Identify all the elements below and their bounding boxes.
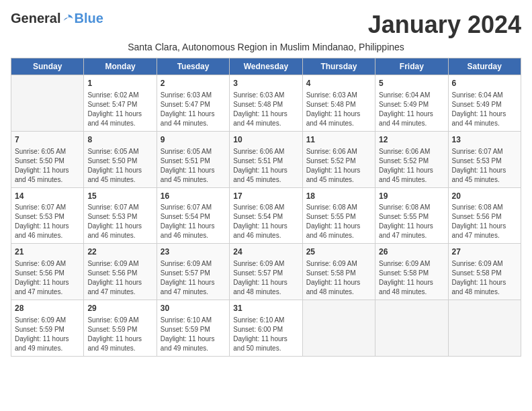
day-info: Sunrise: 6:09 AM Sunset: 5:58 PM Dayligh… (452, 259, 517, 297)
day-number: 30 (161, 303, 226, 314)
day-number: 15 (87, 191, 152, 202)
calendar-cell: 5Sunrise: 6:04 AM Sunset: 5:49 PM Daylig… (375, 75, 448, 132)
calendar-cell (302, 300, 375, 357)
day-number: 24 (233, 246, 298, 258)
calendar-week-row: 28Sunrise: 6:09 AM Sunset: 5:59 PM Dayli… (11, 300, 521, 357)
day-number: 10 (233, 134, 298, 146)
day-number: 7 (15, 134, 80, 146)
calendar-cell: 15Sunrise: 6:07 AM Sunset: 5:53 PM Dayli… (84, 187, 157, 244)
weekday-header-wednesday: Wednesday (230, 58, 302, 75)
logo-general-text: General (11, 11, 60, 26)
calendar-cell: 22Sunrise: 6:09 AM Sunset: 5:56 PM Dayli… (84, 244, 157, 300)
calendar-cell: 10Sunrise: 6:06 AM Sunset: 5:51 PM Dayli… (230, 131, 302, 187)
day-info: Sunrise: 6:08 AM Sunset: 5:55 PM Dayligh… (379, 203, 444, 240)
day-number: 27 (452, 246, 517, 258)
day-number: 8 (87, 134, 152, 146)
day-number: 21 (15, 246, 80, 258)
day-info: Sunrise: 6:09 AM Sunset: 5:58 PM Dayligh… (379, 259, 444, 297)
day-info: Sunrise: 6:03 AM Sunset: 5:48 PM Dayligh… (306, 91, 371, 128)
day-number: 23 (161, 246, 226, 258)
calendar-cell: 16Sunrise: 6:07 AM Sunset: 5:54 PM Dayli… (157, 187, 229, 244)
calendar-week-row: 21Sunrise: 6:09 AM Sunset: 5:56 PM Dayli… (11, 244, 521, 300)
calendar-cell: 13Sunrise: 6:07 AM Sunset: 5:53 PM Dayli… (448, 131, 521, 187)
calendar-cell: 19Sunrise: 6:08 AM Sunset: 5:55 PM Dayli… (375, 187, 448, 244)
day-number: 4 (306, 78, 371, 89)
day-number: 13 (452, 134, 517, 146)
day-info: Sunrise: 6:07 AM Sunset: 5:53 PM Dayligh… (87, 203, 152, 240)
calendar-cell: 30Sunrise: 6:10 AM Sunset: 5:59 PM Dayli… (157, 300, 229, 357)
day-info: Sunrise: 6:09 AM Sunset: 5:58 PM Dayligh… (306, 259, 371, 297)
calendar-cell: 29Sunrise: 6:09 AM Sunset: 5:59 PM Dayli… (84, 300, 157, 357)
calendar-cell: 28Sunrise: 6:09 AM Sunset: 5:59 PM Dayli… (11, 300, 84, 357)
day-info: Sunrise: 6:09 AM Sunset: 5:56 PM Dayligh… (15, 259, 80, 297)
calendar-cell: 26Sunrise: 6:09 AM Sunset: 5:58 PM Dayli… (375, 244, 448, 300)
day-info: Sunrise: 6:03 AM Sunset: 5:47 PM Dayligh… (161, 91, 226, 128)
day-info: Sunrise: 6:08 AM Sunset: 5:55 PM Dayligh… (306, 203, 371, 240)
logo: General Blue (11, 11, 103, 26)
day-number: 29 (87, 303, 152, 314)
day-info: Sunrise: 6:07 AM Sunset: 5:53 PM Dayligh… (15, 203, 80, 240)
day-info: Sunrise: 6:08 AM Sunset: 5:56 PM Dayligh… (452, 203, 517, 240)
calendar-cell: 17Sunrise: 6:08 AM Sunset: 5:54 PM Dayli… (230, 187, 302, 244)
day-number: 1 (87, 78, 152, 89)
calendar-cell: 24Sunrise: 6:09 AM Sunset: 5:57 PM Dayli… (230, 244, 302, 300)
day-number: 26 (379, 246, 444, 258)
logo-blue-text: Blue (74, 11, 103, 26)
calendar-cell: 7Sunrise: 6:05 AM Sunset: 5:50 PM Daylig… (11, 131, 84, 187)
day-info: Sunrise: 6:05 AM Sunset: 5:50 PM Dayligh… (87, 147, 152, 185)
weekday-header-tuesday: Tuesday (157, 58, 229, 75)
day-number: 17 (233, 191, 298, 202)
calendar-cell: 4Sunrise: 6:03 AM Sunset: 5:48 PM Daylig… (302, 75, 375, 132)
day-info: Sunrise: 6:05 AM Sunset: 5:51 PM Dayligh… (161, 147, 226, 185)
day-number: 20 (452, 191, 517, 202)
calendar-table: SundayMondayTuesdayWednesdayThursdayFrid… (11, 58, 521, 357)
day-number: 2 (161, 78, 226, 89)
day-number: 31 (233, 303, 298, 314)
day-number: 28 (15, 303, 80, 314)
day-number: 16 (161, 191, 226, 202)
calendar-cell: 25Sunrise: 6:09 AM Sunset: 5:58 PM Dayli… (302, 244, 375, 300)
day-info: Sunrise: 6:08 AM Sunset: 5:54 PM Dayligh… (233, 203, 298, 240)
weekday-header-sunday: Sunday (11, 58, 84, 75)
calendar-cell: 3Sunrise: 6:03 AM Sunset: 5:48 PM Daylig… (230, 75, 302, 132)
weekday-header-saturday: Saturday (448, 58, 521, 75)
calendar-week-row: 14Sunrise: 6:07 AM Sunset: 5:53 PM Dayli… (11, 187, 521, 244)
day-info: Sunrise: 6:06 AM Sunset: 5:52 PM Dayligh… (306, 147, 371, 185)
calendar-cell (375, 300, 448, 357)
calendar-cell: 21Sunrise: 6:09 AM Sunset: 5:56 PM Dayli… (11, 244, 84, 300)
calendar-cell (448, 300, 521, 357)
calendar-cell: 11Sunrise: 6:06 AM Sunset: 5:52 PM Dayli… (302, 131, 375, 187)
calendar-cell: 14Sunrise: 6:07 AM Sunset: 5:53 PM Dayli… (11, 187, 84, 244)
day-info: Sunrise: 6:10 AM Sunset: 6:00 PM Dayligh… (233, 316, 298, 353)
weekday-header-thursday: Thursday (302, 58, 375, 75)
calendar-cell: 1Sunrise: 6:02 AM Sunset: 5:47 PM Daylig… (84, 75, 157, 132)
day-number: 19 (379, 191, 444, 202)
calendar-cell: 27Sunrise: 6:09 AM Sunset: 5:58 PM Dayli… (448, 244, 521, 300)
calendar-cell: 18Sunrise: 6:08 AM Sunset: 5:55 PM Dayli… (302, 187, 375, 244)
weekday-header-monday: Monday (84, 58, 157, 75)
day-info: Sunrise: 6:07 AM Sunset: 5:54 PM Dayligh… (161, 203, 226, 240)
calendar-cell: 6Sunrise: 6:04 AM Sunset: 5:49 PM Daylig… (448, 75, 521, 132)
day-info: Sunrise: 6:03 AM Sunset: 5:48 PM Dayligh… (233, 91, 298, 128)
calendar-cell: 2Sunrise: 6:03 AM Sunset: 5:47 PM Daylig… (157, 75, 229, 132)
day-number: 11 (306, 134, 371, 146)
calendar-subtitle: Santa Clara, Autonomous Region in Muslim… (11, 42, 521, 52)
day-number: 18 (306, 191, 371, 202)
logo-bird-icon (62, 13, 74, 25)
day-info: Sunrise: 6:09 AM Sunset: 5:56 PM Dayligh… (87, 259, 152, 297)
day-number: 25 (306, 246, 371, 258)
page-header: General Blue January 2024 (11, 11, 521, 39)
calendar-cell: 23Sunrise: 6:09 AM Sunset: 5:57 PM Dayli… (157, 244, 229, 300)
day-number: 9 (161, 134, 226, 146)
day-number: 22 (87, 246, 152, 258)
day-info: Sunrise: 6:06 AM Sunset: 5:52 PM Dayligh… (379, 147, 444, 185)
calendar-cell: 12Sunrise: 6:06 AM Sunset: 5:52 PM Dayli… (375, 131, 448, 187)
day-info: Sunrise: 6:06 AM Sunset: 5:51 PM Dayligh… (233, 147, 298, 185)
month-title: January 2024 (368, 11, 521, 39)
day-info: Sunrise: 6:10 AM Sunset: 5:59 PM Dayligh… (161, 316, 226, 353)
calendar-week-row: 1Sunrise: 6:02 AM Sunset: 5:47 PM Daylig… (11, 75, 521, 132)
day-number: 5 (379, 78, 444, 89)
day-number: 14 (15, 191, 80, 202)
day-info: Sunrise: 6:09 AM Sunset: 5:57 PM Dayligh… (161, 259, 226, 297)
calendar-cell (11, 75, 84, 132)
